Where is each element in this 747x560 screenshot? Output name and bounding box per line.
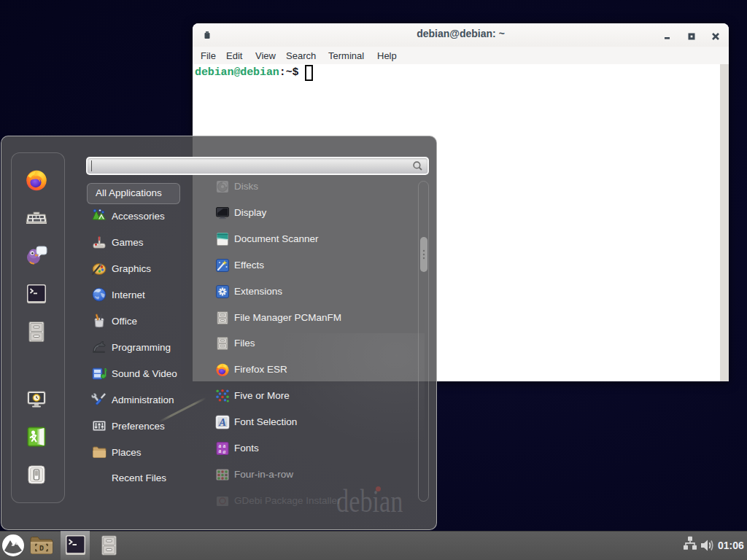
svg-text:D: D [39,545,44,553]
svg-text:A: A [218,416,226,428]
svg-text:a: a [223,448,226,455]
svg-text:a: a [219,448,222,454]
